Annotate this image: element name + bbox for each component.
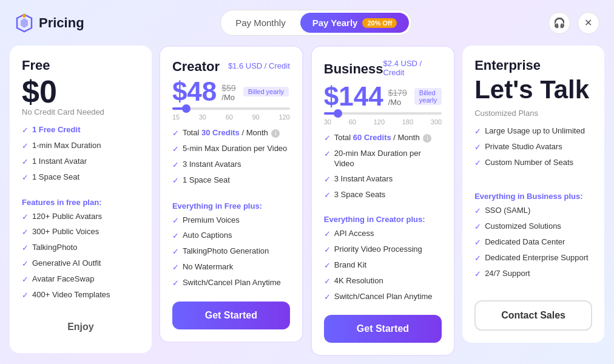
check-icon: ✓	[474, 143, 481, 153]
feature-text: 20-min Max Duration per Video	[334, 149, 442, 169]
check-icon: ✓	[22, 228, 29, 238]
feature-text: No Watermark	[183, 262, 233, 272]
plan-name-creator: Creator	[172, 59, 220, 75]
check-icon: ✓	[172, 231, 179, 241]
slider-label: 30	[324, 118, 331, 126]
check-icon: ✓	[22, 212, 29, 223]
list-item: ✓3 Space Seats	[324, 190, 442, 201]
plan-price-row-business: $144 $179 /Mo Billed yearly	[324, 83, 442, 110]
features-bottom-business: ✓API Access ✓Priority Video Processing ✓…	[324, 229, 442, 307]
feature-text: Switch/Cancel Plan Anytime	[334, 292, 433, 302]
close-button[interactable]: ✕	[578, 12, 599, 34]
list-item: ✓Total 60 Credits / Month i	[324, 133, 442, 144]
toggle-yearly-button[interactable]: Pay Yearly 20% Off	[300, 13, 410, 33]
section-label-enterprise: Everything in Business plus:	[474, 192, 592, 201]
check-icon: ✓	[474, 222, 481, 232]
section-label-creator: Everything in Free plus:	[172, 201, 290, 211]
check-icon: ✓	[324, 245, 331, 255]
check-icon: ✓	[172, 144, 179, 155]
feature-text: Generative AI Outfit	[32, 258, 101, 269]
slider-business[interactable]: 30 60 120 180 300	[324, 112, 442, 126]
price-main-creator: $48	[172, 78, 217, 105]
list-item: ✓API Access	[324, 229, 442, 240]
billed-badge-business: Billed yearly	[414, 88, 442, 105]
plan-subtitle-enterprise: Customized Plans	[474, 109, 592, 118]
get-started-business-button[interactable]: Get Started	[324, 315, 442, 343]
check-icon: ✓	[172, 278, 179, 289]
header: Pricing Pay Monthly Pay Yearly 20% Off 🎧…	[0, 0, 614, 46]
get-started-creator-button[interactable]: Get Started	[172, 302, 290, 329]
feature-text: Dedicated Data Center	[485, 237, 565, 248]
list-item: ✓24/7 Support	[474, 269, 592, 280]
check-icon: ✓	[172, 216, 179, 226]
list-item: ✓Brand Kit	[324, 260, 442, 271]
feature-text: 1 Instant Avatar	[32, 157, 87, 167]
support-button[interactable]: 🎧	[548, 12, 570, 34]
list-item: ✓Avatar FaceSwap	[22, 274, 140, 285]
slider-creator[interactable]: 15 30 60 90 120	[172, 107, 290, 121]
list-item: ✓Custom Number of Seats	[474, 158, 592, 169]
toggle-monthly-button[interactable]: Pay Monthly	[223, 13, 298, 33]
check-icon: ✓	[172, 160, 179, 170]
check-icon: ✓	[172, 176, 179, 186]
list-item: ✓Private Studio Avatars	[474, 142, 592, 153]
feature-text: 300+ Public Voices	[32, 227, 99, 237]
list-item: ✓3 Instant Avatars	[324, 174, 442, 185]
check-icon: ✓	[324, 292, 331, 303]
card-enterprise: Enterprise Let's Talk Customized Plans ✓…	[462, 46, 604, 343]
list-item: ✓Priority Video Processing	[324, 244, 442, 255]
list-item: ✓SSO (SAML)	[474, 206, 592, 217]
check-icon: ✓	[324, 190, 331, 201]
list-item: ✓4K Resolution	[324, 276, 442, 287]
logo: Pricing	[15, 13, 84, 33]
check-icon: ✓	[22, 157, 29, 167]
price-period-creator: /Mo	[221, 93, 235, 102]
cards-container: Free $0 No Credit Card Needed ✓1 Free Cr…	[0, 46, 614, 364]
feature-text: Priority Video Processing	[334, 244, 422, 255]
check-icon: ✓	[172, 247, 179, 257]
list-item: ✓300+ Public Voices	[22, 227, 140, 238]
list-item: ✓120+ Public Avatars	[22, 212, 140, 223]
plan-price-enterprise: Let's Talk	[474, 76, 592, 104]
feature-text: 1-min Max Duration	[32, 141, 101, 151]
check-icon: ✓	[22, 243, 29, 254]
list-item: ✓Total 30 Credits / Month i	[172, 128, 290, 139]
price-sub-creator: $59 /Mo	[221, 78, 235, 102]
plan-header-row-creator: Creator $1.6 USD / Credit	[172, 59, 290, 77]
feature-text: 3 Space Seats	[334, 190, 386, 200]
card-business: Business $2.4 USD / Credit $144 $179 /Mo…	[311, 46, 455, 356]
features-top-free: ✓1 Free Credit ✓1-min Max Duration ✓1 In…	[22, 125, 140, 188]
headset-icon: 🎧	[553, 17, 565, 29]
feature-text: 3 Instant Avatars	[334, 174, 393, 184]
check-icon: ✓	[324, 149, 331, 160]
list-item: ✓1 Space Seat	[172, 175, 290, 186]
list-item: ✓1 Instant Avatar	[22, 157, 140, 167]
features-top-creator: ✓Total 30 Credits / Month i ✓5-min Max D…	[172, 128, 290, 192]
feature-text: 3 Instant Avatars	[183, 160, 241, 170]
check-icon: ✓	[324, 133, 331, 144]
enjoy-button[interactable]: Enjoy	[22, 313, 140, 341]
feature-text: 4K Resolution	[334, 276, 383, 286]
check-icon: ✓	[324, 175, 331, 185]
feature-text: Premium Voices	[183, 215, 240, 226]
plan-price-free: $0	[22, 76, 140, 107]
slider-label: 60	[226, 113, 233, 121]
price-period-business: /Mo	[388, 98, 407, 107]
plan-header-row-business: Business $2.4 USD / Credit	[324, 59, 442, 82]
plan-name-free: Free	[22, 58, 140, 73]
slider-label: 180	[402, 118, 413, 126]
contact-sales-button[interactable]: Contact Sales	[474, 300, 592, 331]
feature-text: Customized Solutions	[485, 221, 561, 232]
list-item: ✓TalkingPhoto	[22, 243, 140, 254]
off-badge: 20% Off	[362, 18, 397, 28]
slider-label: 90	[252, 113, 260, 121]
list-item: ✓400+ Video Templates	[22, 290, 140, 301]
list-item: ✓20-min Max Duration per Video	[324, 149, 442, 169]
list-item: ✓1 Free Credit	[22, 125, 140, 136]
card-free: Free $0 No Credit Card Needed ✓1 Free Cr…	[10, 46, 152, 353]
feature-text: Custom Number of Seats	[485, 158, 573, 168]
header-actions: 🎧 ✕	[548, 12, 599, 34]
svg-marker-1	[21, 18, 28, 28]
slider-label: 120	[278, 113, 289, 121]
check-icon: ✓	[22, 141, 29, 152]
